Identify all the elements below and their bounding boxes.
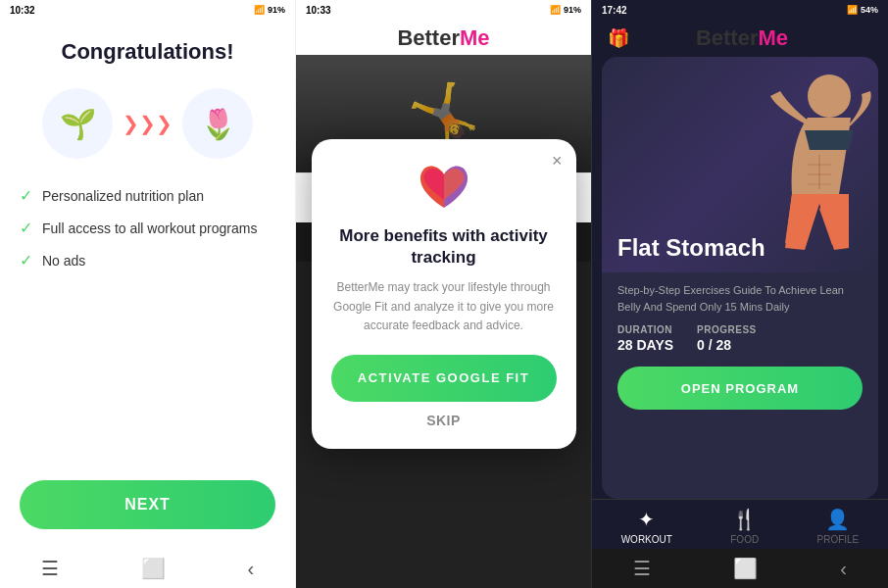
plant-right-icon: 🌷 bbox=[200, 107, 236, 141]
nav-food-3[interactable]: 🍴 FOOD bbox=[730, 508, 759, 545]
nav-home-icon[interactable]: ⬜ bbox=[141, 557, 166, 580]
plant-right: 🌷 bbox=[182, 88, 253, 159]
next-button[interactable]: NEXT bbox=[20, 480, 275, 529]
betterme-logo-3: BetterMe bbox=[696, 25, 788, 51]
food-label-3: FOOD bbox=[730, 534, 759, 545]
gift-icon[interactable]: 🎁 bbox=[608, 27, 629, 49]
progress-label: PROGRESS bbox=[697, 324, 757, 335]
nav-menu-icon[interactable]: ☰ bbox=[41, 557, 59, 580]
workout-label-3: WORKOUT bbox=[621, 534, 672, 545]
nav-home-icon-3[interactable]: ⬜ bbox=[733, 557, 758, 580]
card-image: Flat Stomach bbox=[602, 57, 878, 272]
modal-close-button[interactable]: × bbox=[552, 151, 563, 172]
skip-button[interactable]: SKIP bbox=[426, 413, 461, 428]
benefit-item-2: ✓ Full access to all workout programs bbox=[20, 219, 275, 237]
benefit-item-1: ✓ Personalized nutrition plan bbox=[20, 186, 275, 205]
duration-value: 28 DAYS bbox=[617, 337, 673, 353]
modal-overlay: × More benefits with activity tracking B… bbox=[296, 54, 591, 534]
betterme-better: Better bbox=[397, 25, 460, 50]
benefit-text-2: Full access to all workout programs bbox=[42, 220, 257, 236]
benefits-list: ✓ Personalized nutrition plan ✓ Full acc… bbox=[20, 186, 275, 270]
nav-menu-icon-3[interactable]: ☰ bbox=[633, 557, 651, 580]
modal-box: × More benefits with activity tracking B… bbox=[312, 139, 576, 449]
betterme-logo: BetterMe bbox=[397, 25, 489, 50]
profile-icon-3: 👤 bbox=[825, 508, 850, 531]
p3-system-nav: ☰ ⬜ ‹ bbox=[592, 549, 888, 588]
status-icons-2: 📶 91% bbox=[550, 5, 581, 15]
check-icon-2: ✓ bbox=[20, 219, 32, 237]
panel-flat-stomach: 17:42 📶 54% 🎁 BetterMe bbox=[592, 0, 888, 588]
flat-stomach-card: Flat Stomach Step-by-Step Exercises Guid… bbox=[602, 57, 878, 499]
p3-header: 🎁 BetterMe bbox=[592, 20, 888, 57]
benefit-text-1: Personalized nutrition plan bbox=[42, 188, 204, 204]
profile-label-3: PROFILE bbox=[817, 534, 860, 545]
card-stats: DURATION 28 DAYS PROGRESS 0 / 28 bbox=[602, 320, 878, 363]
check-icon-3: ✓ bbox=[20, 251, 32, 270]
workout-icon-3: ✦ bbox=[638, 508, 655, 531]
svg-point-0 bbox=[808, 74, 851, 118]
duration-label: DURATION bbox=[617, 324, 673, 335]
status-bar-1: 10:32 📶 91% bbox=[0, 0, 295, 20]
p3-bottom-nav: ✦ WORKOUT 🍴 FOOD 👤 PROFILE bbox=[592, 499, 888, 549]
panel-congratulations: 10:32 📶 91% Congratulations! 🌱 ❯❯❯ 🌷 ✓ P… bbox=[0, 0, 296, 588]
open-program-button[interactable]: OPEN PROGRAM bbox=[617, 367, 863, 410]
arrows-icon: ❯❯❯ bbox=[123, 112, 173, 135]
status-bar-3: 17:42 📶 54% bbox=[592, 0, 888, 20]
congratulations-content: Congratulations! 🌱 ❯❯❯ 🌷 ✓ Personalized … bbox=[0, 20, 295, 470]
benefit-text-3: No ads bbox=[42, 253, 85, 269]
check-icon-1: ✓ bbox=[20, 186, 32, 205]
modal-description: BetterMe may track your lifestyle throug… bbox=[331, 278, 557, 335]
p2-header: BetterMe bbox=[296, 20, 591, 55]
nav-workout-3[interactable]: ✦ WORKOUT bbox=[621, 508, 672, 545]
panel-activity-tracking: 10:33 📶 91% BetterMe 🤸 × bbox=[296, 0, 592, 588]
nav-back-icon-3[interactable]: ‹ bbox=[840, 558, 847, 580]
modal-title: More benefits with activity tracking bbox=[331, 225, 557, 269]
activate-google-fit-button[interactable]: ACTIVATE GOOGLE FIT bbox=[331, 355, 557, 402]
status-bar-2: 10:33 📶 91% bbox=[296, 0, 591, 20]
status-time-2: 10:33 bbox=[306, 5, 331, 16]
card-title: Flat Stomach bbox=[617, 234, 765, 263]
p1-bottom: NEXT bbox=[0, 470, 295, 549]
congratulations-title: Congratulations! bbox=[62, 39, 234, 65]
plant-animation: 🌱 ❯❯❯ 🌷 bbox=[42, 88, 253, 159]
card-description: Step-by-Step Exercises Guide To Achieve … bbox=[602, 272, 878, 320]
google-fit-heart-icon bbox=[417, 163, 471, 214]
plant-left-icon: 🌱 bbox=[60, 107, 96, 141]
benefit-item-3: ✓ No ads bbox=[20, 251, 275, 270]
progress-value: 0 / 28 bbox=[697, 337, 757, 353]
nav-back-icon[interactable]: ‹ bbox=[247, 558, 254, 580]
status-icons-1: 📶 91% bbox=[254, 5, 285, 15]
p1-nav-bar: ☰ ⬜ ‹ bbox=[0, 549, 295, 588]
nav-profile-3[interactable]: 👤 PROFILE bbox=[817, 508, 860, 545]
betterme-better-3: Better bbox=[696, 25, 759, 50]
duration-stat: DURATION 28 DAYS bbox=[617, 324, 673, 353]
betterme-me: Me bbox=[460, 25, 490, 50]
progress-stat: PROGRESS 0 / 28 bbox=[697, 324, 757, 353]
status-time-1: 10:32 bbox=[10, 5, 35, 16]
betterme-me-3: Me bbox=[759, 25, 789, 50]
status-icons-3: 📶 54% bbox=[847, 5, 878, 15]
food-icon-3: 🍴 bbox=[732, 508, 757, 531]
plant-left: 🌱 bbox=[42, 88, 113, 159]
status-time-3: 17:42 bbox=[602, 5, 627, 16]
